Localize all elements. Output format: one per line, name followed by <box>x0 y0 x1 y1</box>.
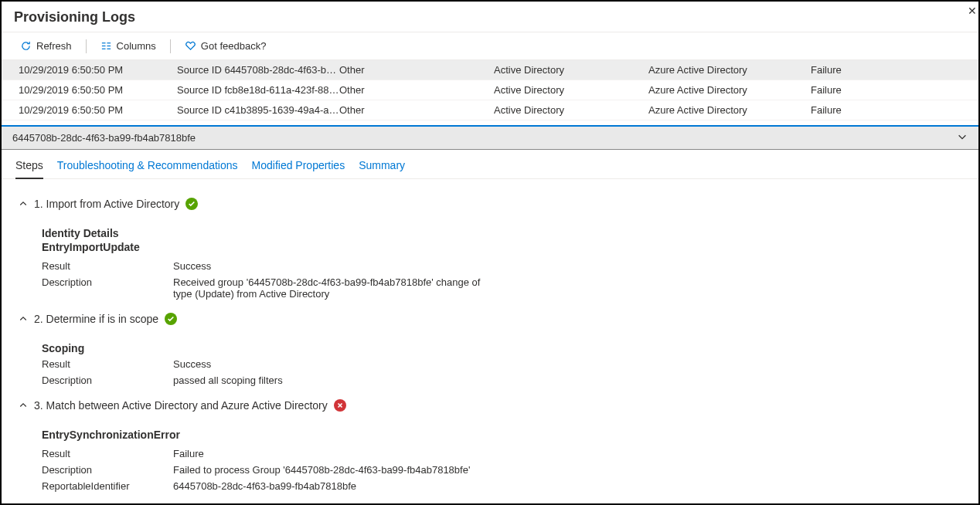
tab-summary[interactable]: Summary <box>359 156 405 178</box>
cell-status: Failure <box>811 64 972 76</box>
cell-action: Other <box>339 64 494 76</box>
cell-source-sys: Active Directory <box>494 104 648 116</box>
log-table: 10/29/2019 6:50:50 PM Source ID 6445708b… <box>2 60 978 120</box>
cell-target-sys: Azure Active Directory <box>648 84 811 96</box>
cell-status: Failure <box>811 104 972 116</box>
kv-value: Received group '6445708b-28dc-4f63-ba99-… <box>173 276 482 300</box>
section-title: Scoping <box>42 342 972 354</box>
separator <box>86 39 87 53</box>
refresh-button[interactable]: Refresh <box>14 37 78 55</box>
heart-icon <box>185 40 196 52</box>
error-icon <box>334 399 346 412</box>
chevron-up-icon[interactable] <box>19 199 28 208</box>
columns-label: Columns <box>117 40 156 52</box>
cell-source: Source ID c41b3895-1639-49a4-a8ea-466 <box>177 104 339 116</box>
toolbar: Refresh Columns Got feedback? <box>2 32 978 60</box>
separator <box>170 39 171 53</box>
cell-source-sys: Active Directory <box>494 84 648 96</box>
step-section: Scoping ResultSuccess Descriptionpassed … <box>42 342 972 388</box>
steps-panel: 1. Import from Active Directory Identity… <box>2 179 978 505</box>
close-icon[interactable]: ✕ <box>968 5 977 17</box>
refresh-label: Refresh <box>36 40 72 52</box>
table-row[interactable]: 10/29/2019 6:50:50 PM Source ID fcb8e18d… <box>2 80 978 100</box>
cell-source: Source ID fcb8e18d-611a-423f-8838-b9d <box>177 84 339 96</box>
cell-action: Other <box>339 104 494 116</box>
table-row[interactable]: 10/29/2019 6:50:50 PM Source ID 6445708b… <box>2 60 978 80</box>
cell-date: 10/29/2019 6:50:50 PM <box>19 104 177 116</box>
detail-tabs: Steps Troubleshooting & Recommendations … <box>2 150 978 179</box>
refresh-icon <box>20 40 32 52</box>
step-section: Identity Details EntryImportUpdate Resul… <box>42 227 972 302</box>
success-icon <box>165 313 177 325</box>
tab-steps[interactable]: Steps <box>15 156 43 179</box>
kv-value: passed all scoping filters <box>173 375 283 386</box>
success-icon <box>185 198 198 210</box>
tab-troubleshooting[interactable]: Troubleshooting & Recommendations <box>57 156 238 178</box>
cell-status: Failure <box>811 84 972 96</box>
cell-target-sys: Azure Active Directory <box>648 104 811 116</box>
kv-key: Description <box>42 276 173 300</box>
kv-key: Description <box>42 375 173 386</box>
detail-header[interactable]: 6445708b-28dc-4f63-ba99-fb4ab7818bfe <box>2 125 978 150</box>
step-title: 1. Import from Active Directory <box>34 198 179 210</box>
cell-target-sys: Azure Active Directory <box>648 64 811 76</box>
chevron-up-icon[interactable] <box>19 401 28 410</box>
kv-value: Failed to process Group '6445708b-28dc-4… <box>173 464 470 476</box>
kv-value: Failure <box>173 448 204 459</box>
cell-date: 10/29/2019 6:50:50 PM <box>19 64 177 76</box>
step-header[interactable]: 3. Match between Active Directory and Az… <box>19 393 972 418</box>
tab-modified-properties[interactable]: Modified Properties <box>252 156 345 178</box>
chevron-down-icon[interactable] <box>957 131 968 144</box>
feedback-label: Got feedback? <box>201 40 267 52</box>
step-section: EntrySynchronizationError ResultFailure … <box>42 429 972 494</box>
cell-action: Other <box>339 84 494 96</box>
cell-source-sys: Active Directory <box>494 64 648 76</box>
cell-date: 10/29/2019 6:50:50 PM <box>19 84 177 96</box>
cell-source: Source ID 6445708b-28dc-4f63-ba99-fb4 <box>177 64 339 76</box>
kv-key: Description <box>42 464 173 476</box>
kv-key: ReportableIdentifier <box>42 480 173 492</box>
kv-key: Result <box>42 260 173 272</box>
columns-button[interactable]: Columns <box>94 37 162 55</box>
table-row[interactable]: 10/29/2019 6:50:50 PM Source ID c41b3895… <box>2 100 978 120</box>
kv-key: Result <box>42 358 173 370</box>
step-title: 2. Determine if is in scope <box>34 313 158 325</box>
step-title: 3. Match between Active Directory and Az… <box>34 399 328 412</box>
kv-key: Result <box>42 448 173 459</box>
step-header[interactable]: 2. Determine if is in scope <box>19 307 972 331</box>
detail-id: 6445708b-28dc-4f63-ba99-fb4ab7818bfe <box>12 132 196 144</box>
section-subtitle: EntrySynchronizationError <box>42 429 972 441</box>
chevron-up-icon[interactable] <box>19 314 28 324</box>
section-subtitle: EntryImportUpdate <box>42 241 972 253</box>
kv-value: Success <box>173 260 211 272</box>
feedback-button[interactable]: Got feedback? <box>179 37 273 55</box>
columns-icon <box>100 40 112 52</box>
kv-value: 6445708b-28dc-4f63-ba99-fb4ab7818bfe <box>173 480 356 492</box>
kv-value: Success <box>173 358 211 370</box>
step-header[interactable]: 1. Import from Active Directory <box>19 191 972 216</box>
page-title: Provisioning Logs <box>2 2 978 32</box>
section-title: Identity Details <box>42 227 972 239</box>
